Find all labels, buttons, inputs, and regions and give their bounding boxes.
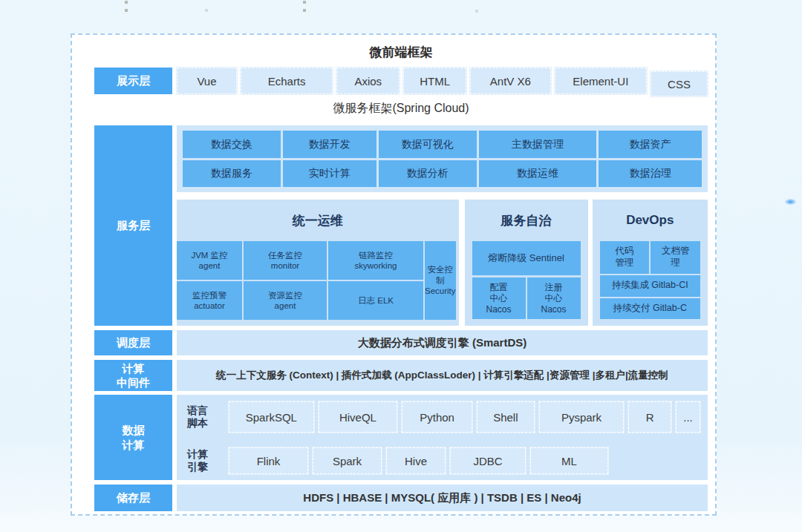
app-cell-data-exchange: 数据交换	[183, 131, 281, 158]
ops-cell-jvm-monitor: JVM 监控 agent	[177, 241, 242, 280]
tech-box-element-ui: Element-UI	[555, 68, 647, 94]
script-box-pyspark: Pyspark	[539, 401, 625, 433]
devops-panel: DevOps 代码 管理 文档管 理 持续集成 Gitlab-CI 持续交付 G…	[593, 200, 708, 326]
devops-title: DevOps	[593, 200, 708, 241]
scan-artifact	[125, 9, 128, 12]
unified-ops-panel: 统一运维 JVM 监控 agent 任务监控 monitor 链路监控 skyw…	[177, 200, 459, 326]
engine-box-hive: Hive	[386, 447, 446, 474]
unified-ops-grid: JVM 监控 agent 任务监控 monitor 链路监控 skyworkin…	[177, 241, 456, 320]
ops-cell-resource-monitor: 资源监控 agent	[244, 281, 327, 320]
engine-box-spark: Spark	[313, 447, 382, 474]
data-apps-panel: 数据交换 数据开发 数据可视化 主数据管理 数据资产 数据服务 实时计算 数据分…	[177, 125, 708, 192]
autonomy-cell-registry-center: 注册 中心 Nacos	[527, 278, 581, 319]
app-cell-data-viz: 数据可视化	[379, 131, 477, 158]
ops-cell-trace-monitor: 链路监控 skyworking	[328, 241, 423, 280]
service-layer-row: 服务层 数据交换 数据开发 数据可视化 主数据管理 数据资产 数据服务 实时计算…	[94, 125, 708, 326]
service-autonomy-panel: 服务自治 熔断降级 Sentinel 配置 中心 Nacos 注册 中心 Nac…	[465, 200, 588, 326]
compute-layer-row: 数据 计算 语言 脚本 SparkSQL HiveQL Python Shell…	[94, 395, 708, 480]
compute-engine-boxes: Flink Spark Hive JDBC ML	[229, 447, 700, 474]
middleware-layer-label: 计算 中间件	[94, 360, 172, 391]
service-autonomy-body: 熔断降级 Sentinel 配置 中心 Nacos 注册 中心 Nacos	[472, 241, 581, 319]
script-languages-row: 语言 脚本 SparkSQL HiveQL Python Shell Pyspa…	[184, 401, 700, 433]
scan-artifact	[475, 10, 478, 13]
compute-engines-row: 计算 引擎 Flink Spark Hive JDBC ML	[184, 447, 700, 474]
tech-box-echarts: Echarts	[241, 68, 333, 94]
ops-cell-alert: 监控预警 actuator	[177, 281, 242, 320]
storage-content: HDFS | HBASE | MYSQL( 应用库 ) | TSDB | ES …	[177, 485, 708, 511]
middleware-layer-row: 计算 中间件 统一上下文服务 (Context) | 插件式加载 (AppCla…	[94, 360, 708, 391]
app-cell-master-data: 主数据管理	[479, 131, 597, 158]
engine-box-ml: ML	[530, 447, 608, 474]
cursor-dot	[785, 199, 796, 205]
devops-cell-cd: 持续交付 Gitlab-C	[600, 298, 700, 320]
service-layer-label: 服务层	[94, 125, 172, 326]
service-autonomy-title: 服务自治	[465, 200, 588, 241]
storage-layer-label: 储存层	[94, 485, 172, 511]
autonomy-bottom-row: 配置 中心 Nacos 注册 中心 Nacos	[472, 278, 581, 319]
engine-box-jdbc: JDBC	[450, 447, 526, 474]
scheduler-layer-row: 调度层 大数据分布式调度引擎 (SmartDS)	[94, 330, 708, 355]
script-box-r: R	[628, 401, 671, 433]
display-layer-label: 展示层	[94, 68, 172, 94]
scan-artifact	[303, 1, 306, 4]
script-box-sparksql: SparkSQL	[229, 401, 314, 433]
devops-top-row: 代码 管理 文档管 理	[600, 241, 700, 274]
compute-panel: 语言 脚本 SparkSQL HiveQL Python Shell Pyspa…	[177, 395, 708, 480]
ops-cell-security: 安全控制 Security	[425, 241, 456, 320]
app-cell-data-service: 数据服务	[183, 160, 281, 188]
service-layer-content: 数据交换 数据开发 数据可视化 主数据管理 数据资产 数据服务 实时计算 数据分…	[177, 125, 708, 326]
service-sub-panels: 统一运维 JVM 监控 agent 任务监控 monitor 链路监控 skyw…	[177, 200, 708, 326]
script-languages-label: 语言 脚本	[184, 404, 229, 430]
autonomy-cell-config-center: 配置 中心 Nacos	[472, 278, 526, 319]
middleware-content: 统一上下文服务 (Context) | 插件式加载 (AppClassLoder…	[177, 360, 708, 391]
microservice-framework-caption: 微服务框架(Spring Cloud)	[94, 94, 708, 122]
script-language-boxes: SparkSQL HiveQL Python Shell Pyspark R .…	[229, 401, 700, 433]
compute-engines-label: 计算 引擎	[184, 448, 229, 474]
app-cell-data-asset: 数据资产	[599, 131, 702, 158]
display-layer-items: Vue Echarts Axios HTML AntV X6 Element-U…	[177, 68, 708, 94]
devops-body: 代码 管理 文档管 理 持续集成 Gitlab-CI 持续交付 Gitlab-C	[600, 241, 700, 319]
tech-box-axios: Axios	[336, 68, 400, 94]
script-box-python: Python	[402, 401, 472, 433]
script-box-more: ...	[676, 401, 700, 433]
autonomy-cell-sentinel: 熔断降级 Sentinel	[472, 241, 581, 275]
app-cell-data-analysis: 数据分析	[379, 160, 477, 188]
scan-artifact	[205, 9, 208, 12]
tech-box-vue: Vue	[177, 68, 237, 94]
ops-cell-log-elk: 日志 ELK	[328, 281, 423, 320]
tech-box-css: CSS	[651, 71, 708, 96]
display-layer-row: 展示层 Vue Echarts Axios HTML AntV X6 Eleme…	[94, 68, 708, 94]
script-box-hiveql: HiveQL	[319, 401, 398, 433]
compute-layer-label: 数据 计算	[94, 395, 172, 480]
unified-ops-title: 统一运维	[177, 200, 459, 241]
script-box-shell: Shell	[477, 401, 535, 433]
devops-cell-code-mgmt: 代码 管理	[600, 241, 650, 274]
app-cell-data-ops: 数据运维	[479, 160, 597, 188]
ops-cell-task-monitor: 任务监控 monitor	[244, 241, 327, 280]
app-cell-realtime-calc: 实时计算	[283, 160, 376, 188]
data-apps-grid: 数据交换 数据开发 数据可视化 主数据管理 数据资产 数据服务 实时计算 数据分…	[183, 131, 702, 187]
storage-layer-row: 储存层 HDFS | HBASE | MYSQL( 应用库 ) | TSDB |…	[94, 485, 708, 511]
devops-cell-doc-mgmt: 文档管 理	[651, 241, 700, 274]
app-cell-data-dev: 数据开发	[283, 131, 376, 158]
scan-artifact	[125, 1, 128, 4]
devops-cell-ci: 持续集成 Gitlab-CI	[600, 275, 700, 297]
tech-box-antv: AntV X6	[470, 68, 551, 94]
scan-artifact	[303, 9, 306, 12]
tech-box-html: HTML	[403, 68, 466, 94]
engine-box-flink: Flink	[229, 447, 308, 474]
scheduler-content: 大数据分布式调度引擎 (SmartDS)	[177, 330, 708, 355]
diagram-title: 微前端框架	[94, 36, 708, 68]
app-cell-data-governance: 数据治理	[599, 160, 702, 188]
scheduler-layer-label: 调度层	[94, 330, 172, 355]
architecture-diagram: 微前端框架 展示层 Vue Echarts Axios HTML AntV X6…	[71, 33, 717, 516]
